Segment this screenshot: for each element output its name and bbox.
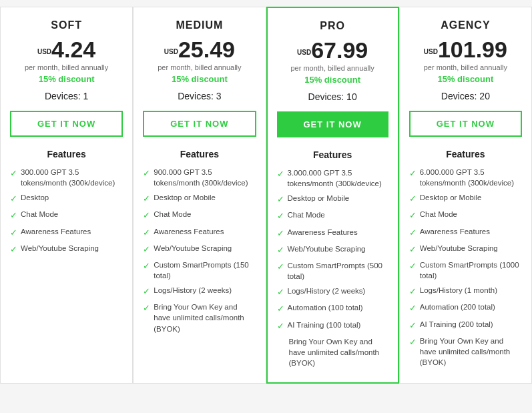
feature-text: Chat Mode [21,209,58,220]
list-item: ✓300.000 GPT 3.5 tokens/month (300k/devi… [10,165,123,190]
check-icon: ✓ [143,210,150,222]
plan-medium: MEDIUMUSD25.49per month, billed annually… [133,7,266,384]
list-item: ✓Chat Mode [10,207,123,224]
list-item: ✓AI Training (100 total) [277,318,388,334]
plan-name-soft: SOFT [51,19,82,31]
feature-text: Chat Mode [154,209,191,220]
check-icon: ✓ [143,193,150,205]
plan-name-agency: AGENCY [441,19,490,31]
check-icon: ✓ [143,286,150,298]
check-icon: ✓ [409,336,417,348]
feature-text: Chat Mode [420,209,457,220]
check-icon: ✓ [409,227,417,239]
check-icon: ✓ [143,227,150,239]
feature-text: Awareness Features [288,227,358,238]
feature-text: AI Training (100 total) [288,320,361,330]
check-icon: ✓ [143,167,150,179]
list-item: ✓Desktop or Mobile [409,190,522,207]
list-item: ✓6.000.000 GPT 3.5 tokens/month (300k/de… [409,165,522,190]
plan-pro: PROUSD67.99per month, billed annually15%… [266,7,399,384]
feature-text: Web/Youtube Scraping [420,243,498,254]
feature-text: Awareness Features [21,226,91,237]
price-block-pro: USD67.99 [297,39,368,61]
plan-soft: SOFTUSD4.24per month, billed annually15%… [0,7,133,384]
get-btn-pro[interactable]: GET IT NOW [277,111,388,137]
plan-name-medium: MEDIUM [176,19,223,31]
list-item: ✓Awareness Features [10,224,123,241]
list-item: ✓3.000.000 GPT 3.5 tokens/month (300k/de… [277,165,388,191]
price-billed-medium: per month, billed annually [158,63,241,71]
feature-text: 900.000 GPT 3.5 tokens/month (300k/devic… [154,167,256,188]
feature-text: Web/Youtube Scraping [21,243,99,254]
features-list-pro: ✓3.000.000 GPT 3.5 tokens/month (300k/de… [277,165,388,370]
feature-text: Desktop or Mobile [288,193,350,203]
check-icon: ✓ [409,244,417,256]
list-item: ✓Chat Mode [143,207,256,224]
feature-text: Desktop or Mobile [154,192,216,203]
feature-text: AI Training (200 total) [420,319,493,330]
list-item: ✓Chat Mode [277,208,388,224]
list-item: ✓Chat Mode [409,207,522,224]
features-title-pro: Features [313,149,352,160]
price-amount-agency: 101.99 [438,38,507,61]
check-icon: ✓ [277,210,284,222]
check-icon: ✓ [143,244,150,256]
list-item: ✓Web/Youtube Scraping [143,241,256,258]
discount-soft: 15% discount [39,74,95,84]
feature-text: 6.000.000 GPT 3.5 tokens/month (300k/dev… [420,167,522,188]
list-item: ✓Automation (100 total) [277,300,388,317]
check-icon: ✓ [10,167,17,179]
check-icon: ✓ [143,302,150,314]
features-list-agency: ✓6.000.000 GPT 3.5 tokens/month (300k/de… [409,165,522,370]
check-icon: ✓ [277,320,284,332]
price-amount-soft: 4.24 [51,38,95,61]
feature-text: Web/Youtube Scraping [288,244,366,254]
feature-text: 3.000.000 GPT 3.5 tokens/month (300k/dev… [288,167,388,189]
check-icon: ✓ [277,286,284,298]
devices-agency: Devices: 20 [441,91,490,101]
list-item: ✓Custom SmartPrompts (150 total) [143,258,256,283]
features-title-soft: Features [47,149,85,159]
list-item: ✓900.000 GPT 3.5 tokens/month (300k/devi… [143,165,256,190]
feature-text: Custom SmartPrompts (500 total) [288,260,388,282]
feature-text: Logs/History (2 weeks) [154,285,232,296]
feature-text: Awareness Features [420,226,490,237]
features-title-medium: Features [180,149,219,159]
price-billed-soft: per month, billed annually [25,63,108,71]
list-item: ✓Awareness Features [277,225,388,242]
list-item: ✓Desktop or Mobile [277,191,388,208]
get-btn-agency[interactable]: GET IT NOW [409,111,522,137]
devices-medium: Devices: 3 [178,91,221,101]
price-block-soft: USD4.24 [37,38,95,61]
list-item: ✓Logs/History (2 weeks) [277,284,388,300]
feature-text: Bring Your Own Key and have unlimited ca… [154,302,256,334]
feature-text: Awareness Features [154,226,224,237]
pricing-grid: SOFTUSD4.24per month, billed annually15%… [0,7,532,384]
price-billed-pro: per month, billed annually [290,64,374,72]
discount-agency: 15% discount [437,74,493,84]
price-billed-agency: per month, billed annually [424,63,507,71]
check-icon: ✓ [143,260,150,272]
price-usd-pro: USD [297,49,311,56]
list-item: ✓Desktop [10,190,123,207]
feature-text: Custom SmartPrompts (1000 total) [420,260,522,281]
check-icon: ✓ [277,228,284,240]
list-item: ✓AI Training (200 total) [409,317,522,334]
list-item: ✓Awareness Features [143,224,256,241]
feature-text: Automation (200 total) [420,302,495,312]
list-item: ✓Custom SmartPrompts (1000 total) [409,258,522,283]
plan-agency: AGENCYUSD101.99per month, billed annuall… [399,7,532,384]
check-icon: ✓ [409,286,417,298]
get-btn-medium[interactable]: GET IT NOW [143,111,256,137]
check-icon: ✓ [10,227,17,239]
feature-text: Web/Youtube Scraping [154,243,232,254]
check-icon: ✓ [409,320,417,332]
features-list-soft: ✓300.000 GPT 3.5 tokens/month (300k/devi… [10,165,123,258]
get-btn-soft[interactable]: GET IT NOW [10,111,123,137]
features-list-medium: ✓900.000 GPT 3.5 tokens/month (300k/devi… [143,165,256,336]
devices-pro: Devices: 10 [308,91,357,102]
feature-text: 300.000 GPT 3.5 tokens/month (300k/devic… [21,167,123,188]
check-icon: ✓ [277,244,284,256]
features-title-agency: Features [446,149,485,159]
check-icon: ✓ [277,303,284,315]
